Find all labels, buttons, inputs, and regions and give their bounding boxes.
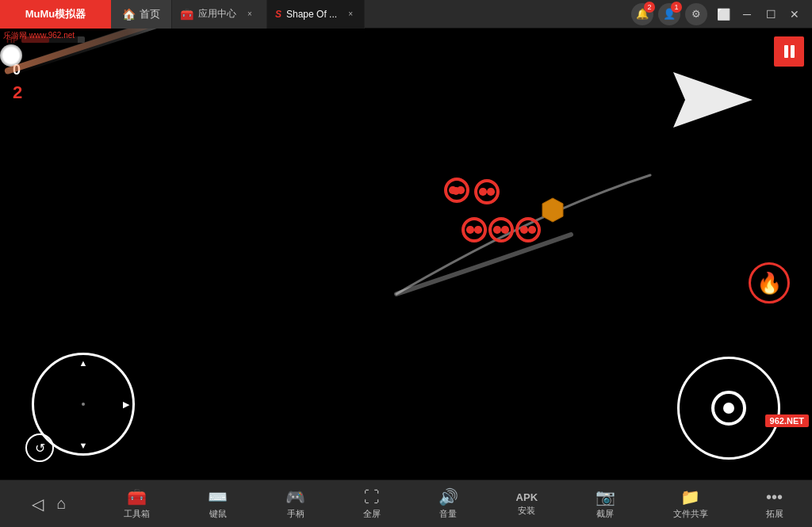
level-display: 2 [13,82,22,103]
logo-area: MuMu模拟器 [0,0,111,29]
joystick-left[interactable]: ▲ ▼ ▶ ↺ [32,353,135,456]
enemy-4 [488,217,514,242]
topbar: MuMu模拟器 🏠 首页 🧰 应用中心 × S Shape Of ... × 🔔… [0,0,812,29]
tab-app-center[interactable]: 🧰 应用中心 × [172,0,267,29]
svg-marker-1 [542,198,563,222]
pause-button[interactable] [774,36,804,67]
nav-fullscreen-label: 全屏 [363,508,381,520]
gamepad-icon: 🎮 [285,487,305,506]
maximize-btn[interactable]: ☐ [760,3,782,25]
tab-game-label: Shape Of ... [286,9,337,20]
pause-bar-left [784,45,788,58]
tab-home-label: 首页 [140,7,160,21]
tab-game-close[interactable]: × [345,9,356,20]
toolbox-icon: 🧰 [127,487,147,506]
pause-icon [784,45,795,58]
tab-app-close[interactable]: × [244,9,255,20]
tab-game-icon: S [275,9,282,20]
keyboard-icon: ⌨️ [208,487,228,506]
settings-btn[interactable]: ⚙ [685,3,707,25]
screenshot-btn[interactable]: ⬜ [712,3,734,25]
enemy-dot-1 [452,187,460,195]
arrow-down: ▼ [79,441,88,450]
joystick-center [82,403,85,406]
pause-bar-right [791,45,795,58]
minimize-btn[interactable]: ─ [736,3,758,25]
nav-fullscreen[interactable]: ⛶ 全屏 [358,488,385,520]
nav-fileshare-label: 文件共享 [673,508,708,520]
nav-screenshot[interactable]: 📷 截屏 [591,487,620,520]
screenshot-icon: 📷 [596,487,615,506]
hex-enemy [539,197,566,223]
user-badge: 1 [671,2,682,13]
enemy-2-core [479,188,487,196]
back-icon: ◁ [32,495,44,514]
nav-more-label: 拓展 [766,508,783,520]
fullscreen-icon: ⛶ [364,488,380,506]
nav-gamepad[interactable]: 🎮 手柄 [281,487,310,520]
nav-keyboard-label: 键鼠 [209,508,227,520]
fire-icon: 🔥 [756,271,782,296]
game-area[interactable]: 乐游网 www.962.net HP 0 2 [0,29,812,479]
bottom-nav: ◁ ⌂ 🧰 工具箱 ⌨️ 键鼠 🎮 手柄 ⛶ 全屏 🔊 音量 APK 安装 📷 … [0,479,812,527]
watermark-topleft: 乐游网 www.962.net [0,29,78,43]
tab-app-label: 应用中心 [198,7,236,21]
enemy-3 [462,217,487,242]
nav-keyboard[interactable]: ⌨️ 键鼠 [203,487,232,520]
svg-marker-0 [673,72,753,128]
window-controls: ⬜ ─ ☐ ✕ [712,3,806,25]
home-nav-btn[interactable]: ⌂ [52,495,71,513]
nav-volume-label: 音量 [439,508,457,520]
joystick-right-outer[interactable] [677,357,780,460]
joystick-right[interactable] [677,357,780,460]
nav-volume[interactable]: 🔊 音量 [434,487,463,520]
joystick-right-inner [711,391,746,426]
tab-game[interactable]: S Shape Of ... × [267,0,365,29]
volume-icon: 🔊 [439,487,458,506]
notification-badge: 2 [644,2,655,13]
close-btn[interactable]: ✕ [783,3,806,25]
enemy-3-core [466,226,474,234]
back-btn[interactable]: ◁ [27,495,48,514]
joystick-reset[interactable]: ↺ [25,433,54,462]
tab-home[interactable]: 🏠 首页 [111,0,172,29]
fileshare-icon: 📁 [680,487,700,506]
paper-plane [673,72,753,128]
arrow-up: ▲ [79,358,88,368]
apk-icon: APK [516,491,538,503]
joystick-right-dot [723,403,734,414]
nav-gamepad-label: 手柄 [287,508,304,520]
home-icon: 🏠 [122,8,136,21]
topbar-right: 🔔 2 👤 1 ⚙ ⬜ ─ ☐ ✕ [631,3,812,25]
arrow-right: ▶ [123,399,129,410]
watermark-bottomright: 962.NET [762,411,812,430]
nav-toolbox[interactable]: 🧰 工具箱 [119,487,155,520]
user-btn[interactable]: 👤 1 [658,3,680,25]
home-nav-icon: ⌂ [56,495,66,513]
watermark-br-box: 962.NET [765,414,809,427]
fire-powerup[interactable]: 🔥 [749,262,790,304]
nav-screenshot-label: 截屏 [596,508,614,520]
enemy-5 [515,217,541,242]
logo-text: MuMu模拟器 [25,7,86,21]
enemy-5-core [520,226,528,234]
notification-btn[interactable]: 🔔 2 [631,3,653,25]
side-nav-buttons: ◁ ⌂ [24,495,71,514]
nav-toolbox-label: 工具箱 [124,508,150,520]
more-icon: ••• [766,488,783,506]
nav-more[interactable]: ••• 拓展 [761,488,788,520]
nav-apk-label: 安装 [518,505,535,517]
enemy-4-core [493,226,501,234]
nav-apk-install[interactable]: APK 安装 [511,491,542,517]
app-center-icon: 🧰 [180,8,193,21]
enemy-2 [474,179,500,204]
nav-fileshare[interactable]: 📁 文件共享 [668,487,713,520]
